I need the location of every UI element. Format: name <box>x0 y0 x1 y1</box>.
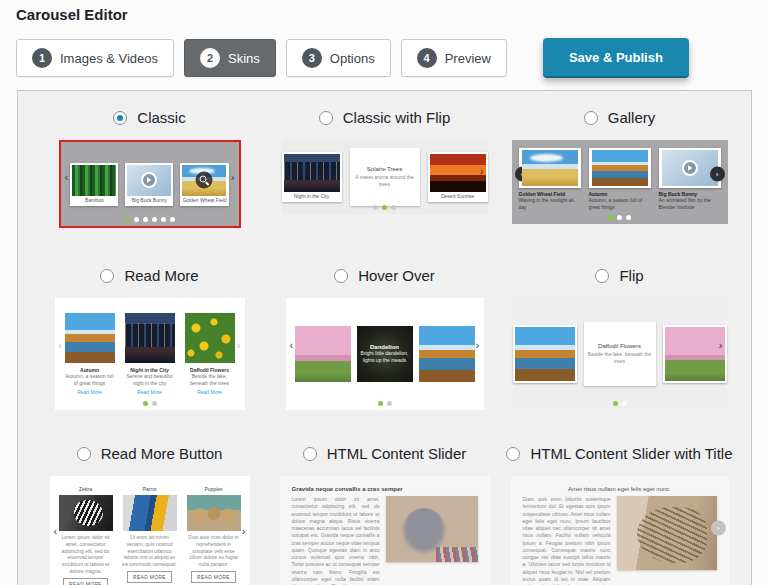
editor-tabbar: 1 Images & Videos 2 Skins 3 Options 4 Pr… <box>16 38 689 78</box>
slide-card: Desert Sunrise <box>428 152 488 202</box>
pager-dot-icon <box>382 205 387 210</box>
item-title: Parrot <box>143 486 157 492</box>
read-more-item: Night in the City Serene and beautiful n… <box>124 313 176 395</box>
content-body: Lorem ipsum dolor sit amet, consectetur … <box>292 496 478 585</box>
autumn-lake-photo <box>65 313 115 363</box>
skin-preview-read-more[interactable]: ‹ Autumn Autumn, a season full of great … <box>55 298 245 410</box>
tabby-cat-photo <box>617 496 717 570</box>
cherry-blossom-photo <box>295 326 351 382</box>
skin-option-html-slider[interactable]: HTML Content Slider <box>303 445 467 462</box>
pager-dots <box>282 205 488 210</box>
next-arrow-icon: › <box>231 172 235 183</box>
skin-option-classic[interactable]: Classic <box>113 109 185 126</box>
flip-title: Solaire Trees <box>367 166 402 172</box>
parrot-photo <box>123 495 177 531</box>
radio-read-more[interactable] <box>100 269 114 283</box>
content-body: Diam quis enim lobortis scelerisque ferm… <box>523 496 717 585</box>
tab-number-badge: 3 <box>302 48 322 68</box>
flipped-slide-card: Solaire Trees A sweet aroma around the t… <box>350 148 420 206</box>
skin-option-gallery[interactable]: Gallery <box>584 109 656 126</box>
pager-dots <box>286 401 484 406</box>
skin-option-html-slider-title[interactable]: HTML Content Slider with Title <box>506 445 732 462</box>
skin-cell-hover-over: Hover Over ‹ Dandelion Bright little dan… <box>267 255 502 433</box>
content-heading: Amet risus nullam eget felis eget nunc. <box>523 486 717 492</box>
skin-preview-classic[interactable]: ‹ Bamboo Big Buck Bunny Golden Wheat Fie… <box>59 140 241 228</box>
gallery-item: Golden Wheat Field Waving in the sunligh… <box>519 148 581 211</box>
item-title: Puppies <box>204 486 222 492</box>
skin-preview-flip[interactable]: ‹ Daffodil Flowers Beside the lake, bene… <box>513 298 727 410</box>
slide-card <box>589 148 651 188</box>
pager-dot-icon <box>622 401 627 406</box>
radio-gallery[interactable] <box>584 111 598 125</box>
tab-label: Skins <box>228 51 260 66</box>
radio-classic[interactable] <box>113 111 127 125</box>
skin-label-gallery: Gallery <box>608 109 656 126</box>
play-icon <box>682 160 698 176</box>
read-more-button-item: Puppies Duis aute irure dolor in reprehe… <box>186 486 242 583</box>
item-text: Serene and beautiful night in the city <box>124 373 176 387</box>
skin-label-hover-over: Hover Over <box>358 267 435 284</box>
pager-dots <box>512 215 728 220</box>
slide-card <box>663 325 727 383</box>
tab-skins[interactable]: 2 Skins <box>184 39 276 77</box>
skin-label-classic: Classic <box>137 109 185 126</box>
slide-card: Golden Wheat Field <box>180 163 228 206</box>
flip-title: Daffodil Flowers <box>598 343 641 349</box>
content-text: Diam quis enim lobortis scelerisque ferm… <box>523 496 611 585</box>
skin-preview-classic-flip[interactable]: ‹ Night in the City Solaire Trees A swee… <box>282 140 488 214</box>
skin-cell-classic: Classic ‹ Bamboo Big Buck Bunny Golden W… <box>32 97 267 255</box>
pager-dot-icon <box>170 217 175 222</box>
skin-option-classic-flip[interactable]: Classic with Flip <box>319 109 451 126</box>
tab-number-badge: 1 <box>32 48 52 68</box>
skin-option-read-more[interactable]: Read More <box>100 267 198 284</box>
tab-preview[interactable]: 4 Preview <box>401 39 507 77</box>
item-title: Zebra <box>79 486 92 492</box>
skin-label-html-slider-title: HTML Content Slider with Title <box>530 445 732 462</box>
slide-card <box>519 148 581 188</box>
item-text: Ut enim ad minim veniam, quis nostrud ex… <box>122 534 178 568</box>
skin-cell-html-slider: HTML Content Slider Gravida neque conval… <box>267 433 502 585</box>
pager-dot-icon <box>143 217 148 222</box>
pager-dot-icon <box>152 217 157 222</box>
skin-option-read-more-button[interactable]: Read More Button <box>77 445 223 462</box>
skin-option-flip[interactable]: Flip <box>595 267 643 284</box>
skin-preview-read-more-button[interactable]: ‹ Zebra Lorem ipsum dolor sit amet, cons… <box>50 476 250 585</box>
pager-dot-icon <box>161 217 166 222</box>
tab-options[interactable]: 3 Options <box>286 39 391 77</box>
radio-read-more-button[interactable] <box>77 447 91 461</box>
skin-cell-flip: Flip ‹ Daffodil Flowers Beside the lake,… <box>502 255 737 433</box>
autumn-lake-photo <box>592 150 648 186</box>
skin-cell-read-more: Read More ‹ Autumn Autumn, a season full… <box>32 255 267 433</box>
radio-flip[interactable] <box>595 269 609 283</box>
next-arrow-icon: › <box>480 166 484 177</box>
radio-classic-flip[interactable] <box>319 111 333 125</box>
save-publish-button[interactable]: Save & Publish <box>543 38 689 78</box>
tab-images-videos[interactable]: 1 Images & Videos <box>16 39 174 77</box>
skins-panel: Classic ‹ Bamboo Big Buck Bunny Golden W… <box>17 90 752 585</box>
skin-preview-hover-over[interactable]: ‹ Dandelion Bright little dandelion, lig… <box>286 298 484 410</box>
skin-preview-html-slider[interactable]: Gravida neque convallis a cras semper Lo… <box>280 476 490 585</box>
skin-preview-gallery[interactable]: ‹ Golden Wheat Field Waving in the sunli… <box>512 140 728 224</box>
prev-arrow-icon: ‹ <box>54 526 58 537</box>
skin-label-flip: Flip <box>619 267 643 284</box>
play-icon <box>141 172 157 188</box>
desert-sunrise-photo <box>430 154 486 192</box>
skin-preview-html-slider-title[interactable]: Amet risus nullam eget felis eget nunc. … <box>511 476 729 585</box>
skin-option-hover-over[interactable]: Hover Over <box>334 267 435 284</box>
content-text: Lorem ipsum dolor sit amet, consectetur … <box>292 496 380 585</box>
big-buck-bunny-video-thumb <box>662 150 718 186</box>
slide-card: Night in the City <box>282 152 342 202</box>
read-more-button: READ MORE <box>63 578 108 585</box>
pager-dots <box>513 401 727 406</box>
gallery-item-text: An animated film by the Blender Institut… <box>659 197 721 211</box>
autumn-lake-photo <box>515 327 575 381</box>
radio-html-slider-title[interactable] <box>506 447 520 461</box>
bamboo-photo <box>72 165 116 196</box>
city-night-photo <box>284 154 340 192</box>
magnifier-icon <box>196 172 213 189</box>
radio-html-slider[interactable] <box>303 447 317 461</box>
pager-dot-icon <box>373 205 378 210</box>
prev-arrow-icon: ‹ <box>65 172 69 183</box>
radio-hover-over[interactable] <box>334 269 348 283</box>
next-arrow-icon: › <box>237 340 241 351</box>
